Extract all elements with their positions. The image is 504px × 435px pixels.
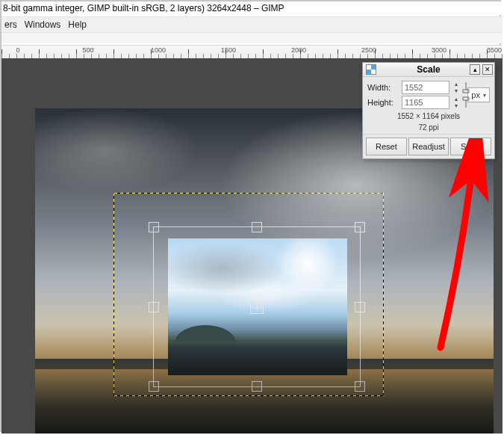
unit-selector[interactable]: px ▾ (467, 87, 490, 102)
toolbar-strip (1, 33, 503, 43)
menu-item-truncated[interactable]: ers (4, 19, 17, 30)
reset-button[interactable]: Reset (366, 138, 407, 155)
status-ppi: 72 ppi (367, 123, 490, 132)
ruler-mark: 0 (16, 46, 19, 54)
menubar: ers Windows Help (1, 16, 503, 33)
readjust-button[interactable]: Readjust (408, 138, 449, 155)
width-spinner[interactable]: ▲▼ (452, 81, 460, 94)
ruler-mark: 2500 (361, 46, 376, 54)
ruler-horizontal: 0 500 1000 1500 2000 2500 3000 3500 (1, 45, 503, 59)
width-label: Width: (367, 83, 399, 92)
scale-transform-box[interactable] (153, 226, 361, 387)
height-spinner[interactable]: ▲▼ (452, 96, 460, 109)
handle-center[interactable] (250, 300, 264, 314)
close-icon[interactable]: ✕ (482, 64, 493, 75)
ruler-mark: 500 (82, 46, 93, 54)
ruler-mark: 3000 (432, 46, 447, 54)
selection-marquee (113, 193, 384, 396)
window-titlebar: 8-bit gamma integer, GIMP built-in sRGB,… (1, 1, 503, 15)
unit-label: px (471, 90, 480, 99)
ruler-mark: 2000 (291, 46, 306, 54)
ruler-mark: 1000 (151, 46, 166, 54)
chain-link-icon[interactable] (461, 81, 467, 109)
dialog-body: Width: 1552 ▲▼ Height: 1165 ▲▼ px ▾ (363, 77, 494, 134)
scale-dialog[interactable]: Scale ▴ ✕ Width: 1552 ▲▼ Height: 1165 ▲▼ (362, 62, 495, 159)
menu-item-windows[interactable]: Windows (25, 19, 61, 30)
height-input[interactable]: 1165 (402, 96, 449, 109)
handle-nw[interactable] (149, 222, 159, 232)
dialog-titlebar[interactable]: Scale ▴ ✕ (363, 63, 494, 77)
shade-icon[interactable]: ▴ (470, 64, 480, 75)
handle-sw[interactable] (149, 381, 159, 392)
menu-item-help[interactable]: Help (68, 19, 87, 30)
handle-w[interactable] (149, 302, 159, 312)
ruler-mark: 1500 (221, 46, 236, 54)
window-title: 8-bit gamma integer, GIMP built-in sRGB,… (3, 3, 284, 13)
handle-n[interactable] (252, 222, 262, 232)
handle-e[interactable] (355, 302, 365, 312)
handle-ne[interactable] (355, 222, 365, 232)
handle-s[interactable] (252, 381, 262, 392)
handle-se[interactable] (355, 381, 365, 392)
image-floating-layer[interactable] (168, 238, 347, 375)
ruler-mark: 3500 (487, 46, 502, 54)
scale-button[interactable]: Scale (450, 138, 491, 155)
status-pixel-size: 1552 × 1164 pixels (367, 111, 490, 121)
width-input[interactable]: 1552 (402, 81, 449, 94)
height-label: Height: (367, 98, 399, 107)
chevron-down-icon: ▾ (483, 92, 486, 99)
